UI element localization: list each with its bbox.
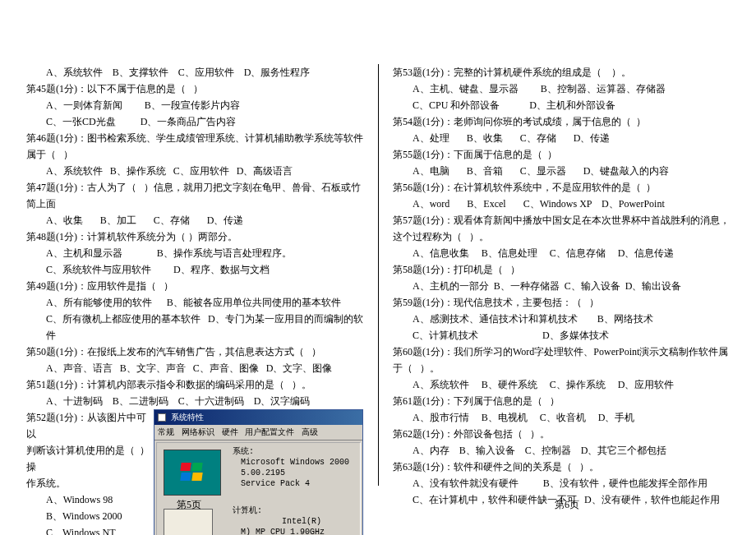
question-47-options: A、收集 B、加工 C、存储 D、传递 bbox=[26, 212, 363, 228]
chip-brand: Intel(R) bbox=[233, 516, 325, 527]
question-55: 第55题(1分)：下面属于信息的是（ ） bbox=[393, 146, 730, 163]
question-52-line3: 作系统。 bbox=[26, 475, 154, 491]
question-48-options-a: A、主机和显示器 B、操作系统与语言处理程序。 bbox=[26, 245, 363, 261]
question-50-options: A、声音、语言 B、文字、声音 C、声音、图像 D、文字、图像 bbox=[26, 360, 363, 376]
window-title: 系统特性 bbox=[171, 412, 204, 423]
system-info: 系统: Microsoft Windows 2000 5.00.2195 Ser… bbox=[228, 446, 349, 499]
question-63: 第63题(1分)：软件和硬件之间的关系是（ ）。 bbox=[393, 459, 730, 475]
question-56: 第56题(1分)：在计算机软件系统中，不是应用软件的是（ ） bbox=[393, 179, 730, 196]
right-column: 第53题(1分)：完整的计算机硬件系统的组成是（ ）。 A、主机、键盘、显示器 … bbox=[378, 64, 756, 460]
question-45-options-a: A、一则体育新闻 B、一段宣传影片内容 bbox=[26, 97, 363, 113]
window-icon bbox=[158, 413, 166, 422]
question-56-options: A、word B、Excel C、Windows XP D、PowerPoint bbox=[393, 196, 730, 212]
question-48: 第48题(1分)：计算机软件系统分为（ ）两部分。 bbox=[26, 228, 363, 245]
page-number-left: 第5页 bbox=[0, 498, 378, 512]
question-54: 第54题(1分)：老师询问你班的考试成绩，属于信息的（ ） bbox=[393, 113, 730, 130]
question-52-text: 第52题(1分)：从该图片中可以 判断该计算机使用的是（ ）操 作系统。 A、W… bbox=[26, 409, 154, 535]
page-number-right: 第6页 bbox=[378, 498, 756, 512]
question-60: 第60题(1分)：我们所学习的Word字处理软件、PowerPoint演示文稿制… bbox=[393, 344, 730, 376]
question-49-options-a: A、所有能够使用的软件 B、能被各应用单位共同使用的基本软件 bbox=[26, 294, 363, 311]
tab-advanced: 高级 bbox=[302, 427, 318, 436]
question-62-options: A、内存 B、输入设备 C、控制器 D、其它三个都包括 bbox=[393, 442, 730, 459]
question-58-options: A、主机的一部分 B、一种存储器 C、输入设备 D、输出设备 bbox=[393, 278, 730, 294]
question-61: 第61题(1分)：下列属于信息的是（ ） bbox=[393, 393, 730, 409]
windows-flag-icon bbox=[181, 463, 204, 482]
tab-general: 常规 bbox=[158, 427, 174, 436]
question-48-options-b: C、系统软件与应用软件 D、程序、数据与文档 bbox=[26, 261, 363, 278]
question-59-options-a: A、感测技术、通信技术计和算机技术 B、网络技术 bbox=[393, 311, 730, 327]
question-51: 第51题(1分)：计算机内部表示指令和数据的编码采用的是（ ）。 bbox=[26, 376, 363, 393]
system-properties-window: 系统特性 常规 网络标识 硬件 用户配置文件 高级 bbox=[154, 409, 363, 535]
os-name: Microsoft Windows 2000 bbox=[233, 457, 349, 468]
tab-hardware: 硬件 bbox=[222, 427, 238, 436]
question-46-options: A、系统软件 B、操作系统 C、应用软件 D、高级语言 bbox=[26, 163, 363, 179]
options-line: A、系统软件 B、支撑软件 C、应用软件 D、服务性程序 bbox=[26, 64, 363, 81]
service-pack: Service Pack 4 bbox=[233, 478, 349, 489]
question-46: 第46题(1分)：图书检索系统、学生成绩管理系统、计算机辅助教学系统等软件属于（… bbox=[26, 130, 363, 163]
tab-userprofile: 用户配置文件 bbox=[245, 427, 294, 436]
question-52-line1: 第52题(1分)：从该图片中可以 bbox=[26, 409, 154, 442]
question-59: 第59题(1分)：现代信息技术，主要包括：（ ） bbox=[393, 294, 730, 311]
question-47: 第47题(1分)：古人为了（ ）信息，就用刀把文字刻在龟甲、兽骨、石板或竹简上面 bbox=[26, 179, 363, 212]
question-45: 第45题(1分)：以下不属于信息的是（ ） bbox=[26, 81, 363, 97]
question-58: 第58题(1分)：打印机是（ ） bbox=[393, 261, 730, 278]
question-53-options-a: A、主机、键盘、显示器 B、控制器、运算器、存储器 bbox=[393, 81, 730, 97]
question-49-options-b: C、所有微机上都应使用的基本软件 D、专门为某一应用目的而编制的软件 bbox=[26, 311, 363, 344]
question-61-options: A、股市行情 B、电视机 C、收音机 D、手机 bbox=[393, 409, 730, 426]
os-version: 5.00.2195 bbox=[233, 468, 349, 478]
question-63-options-a: A、没有软件就没有硬件 B、没有软件，硬件也能发挥全部作用 bbox=[393, 475, 730, 491]
computer-icon: ▭ bbox=[164, 509, 213, 535]
question-57-options: A、信息收集 B、信息处理 C、信息存储 D、信息传递 bbox=[393, 245, 730, 261]
question-52-option-c: C、Windows NT bbox=[26, 524, 154, 535]
question-50: 第50题(1分)：在报纸上发布的汽车销售广告，其信息表达方式（ ） bbox=[26, 344, 363, 360]
left-column: A、系统软件 B、支撑软件 C、应用软件 D、服务性程序 第45题(1分)：以下… bbox=[0, 64, 378, 460]
system-pane: 系统: Microsoft Windows 2000 5.00.2195 Ser… bbox=[156, 442, 361, 535]
question-53: 第53题(1分)：完整的计算机硬件系统的组成是（ ）。 bbox=[393, 64, 730, 81]
question-53-options-b: C、CPU 和外部设备 D、主机和外部设备 bbox=[393, 97, 730, 113]
question-59-options-b: C、计算机技术 D、多媒体技术 bbox=[393, 327, 730, 344]
question-51-options: A、十进制码 B、二进制码 C、十六进制码 D、汉字编码 bbox=[26, 393, 363, 409]
question-55-options: A、电脑 B、音箱 C、显示器 D、键盘敲入的内容 bbox=[393, 163, 730, 179]
window-titlebar: 系统特性 bbox=[154, 410, 362, 425]
question-45-options-b: C、一张CD光盘 D、一条商品广告内容 bbox=[26, 113, 363, 130]
question-49: 第49题(1分)：应用软件是指（ ） bbox=[26, 278, 363, 294]
windows-logo bbox=[164, 450, 221, 496]
question-52-block: 第52题(1分)：从该图片中可以 判断该计算机使用的是（ ）操 作系统。 A、W… bbox=[26, 409, 363, 535]
page-content: A、系统软件 B、支撑软件 C、应用软件 D、服务性程序 第45题(1分)：以下… bbox=[0, 0, 756, 460]
question-62: 第62题(1分)：外部设备包括（ ）。 bbox=[393, 426, 730, 442]
window-tabs: 常规 网络标识 硬件 用户配置文件 高级 bbox=[154, 425, 362, 440]
question-52-line2: 判断该计算机使用的是（ ）操 bbox=[26, 442, 154, 475]
cpu-info: M) MP CPU 1.90GHz bbox=[233, 527, 325, 535]
question-54-options: A、处理 B、收集 C、存储 D、传递 bbox=[393, 130, 730, 146]
question-57: 第57题(1分)：观看体育新闻中播放中国女足在本次世界杯中首战胜利的消息，这个过… bbox=[393, 212, 730, 245]
tab-network: 网络标识 bbox=[182, 427, 214, 436]
system-label: 系统: bbox=[233, 446, 349, 457]
question-60-options: A、系统软件 B、硬件系统 C、操作系统 D、应用软件 bbox=[393, 376, 730, 393]
